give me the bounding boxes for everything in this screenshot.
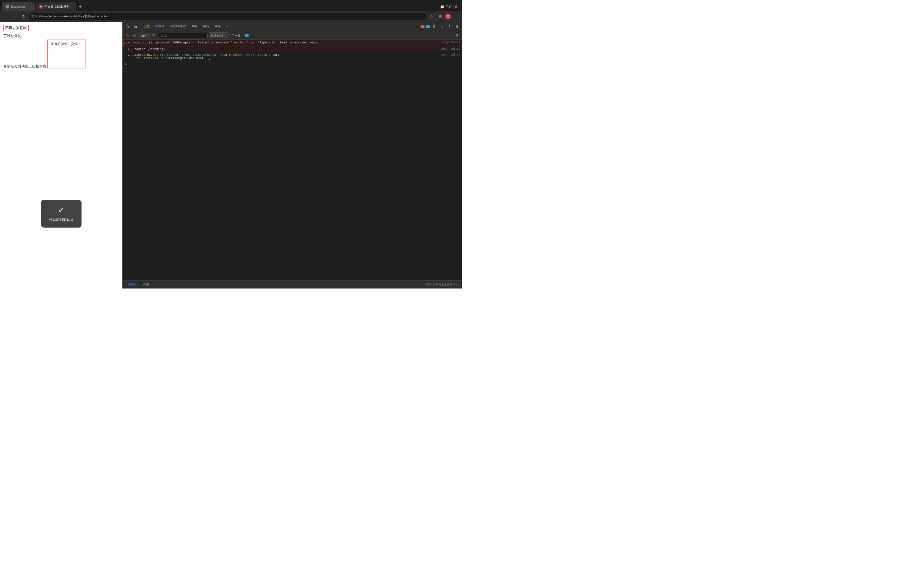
browser-toolbar: ← → ↻ 文件 /Users/yinhao/Desktop/web/js/ap… (0, 11, 462, 22)
extension-icon: ⊞ (438, 14, 442, 19)
brand-text: CSDN @鲜鲑鱼皮面包 © ⓘ (425, 282, 459, 287)
devtools-statusbar: 控制台 问题 CSDN @鲜鲑鱼皮面包 © ⓘ (123, 280, 462, 288)
tab2-icon: C (39, 5, 43, 8)
tab-performance[interactable]: 性能 (200, 22, 212, 31)
expand-arrow1[interactable]: ▶ (128, 41, 131, 44)
clipboard-message-content: ClipboardEvent {isTrusted: true, clipboa… (132, 53, 439, 60)
address-text: /Users/yinhao/Desktop/web/js/api/复制api/c… (39, 14, 423, 18)
console-toolbar: 🚫 ◎ top ▼ 👁 默认级别 ▼ 1 个问题： (123, 31, 462, 40)
all-books-label: 所有书签 (446, 5, 457, 9)
eye-btn[interactable]: 👁 (151, 32, 157, 39)
browser-chrome: Document × C 写文章-CSDN博客 × + 📁 所有书签 ← → ↻ (0, 0, 462, 288)
clear-icon: 🚫 (125, 34, 129, 37)
expand-arrow4[interactable]: ▶ (125, 62, 127, 66)
textarea-section: 不允许复制，交钱！ (47, 40, 86, 68)
dt-close-btn[interactable]: × (438, 23, 446, 30)
tab2-label: 写文章-CSDN博客 (45, 5, 69, 9)
level-selector[interactable]: 默认级别 ▼ (209, 32, 228, 38)
tab-elements[interactable]: 元素 (141, 22, 153, 31)
inspect-icon: ⬡ (126, 24, 129, 29)
profile-label: X (447, 15, 449, 18)
tab-document[interactable]: Document × (2, 2, 35, 11)
devtools-tabs: 元素 控制台 源代码/来源 网络 性能 内存 (141, 22, 420, 31)
info-icon: ⓘ (456, 282, 459, 287)
error-icon: ✕ (125, 41, 127, 45)
level-label: 默认级别 (211, 33, 223, 37)
tab2-close[interactable]: × (71, 5, 73, 8)
cannot-copy-label: 不可以被复制 (3, 25, 29, 31)
console-settings-icon: ⚙ (456, 33, 459, 37)
settings2-icon: ⚙ (456, 24, 459, 29)
promise-message-row: ▶ Promise {<pending>} copy.html:38 (123, 47, 462, 52)
chevron-down-icon: ▼ (146, 34, 148, 37)
console-settings-btn[interactable]: ⚙ (454, 32, 460, 39)
device-icon: ▭ (133, 24, 137, 29)
error-link1[interactable]: copy.html:1 (442, 41, 460, 44)
context-selector[interactable]: top ▼ (139, 33, 150, 38)
expand-arrow2[interactable]: ▶ (128, 48, 131, 51)
clipboard-message-row: ▶ ClipboardEvent {isTrusted: true, clipb… (123, 52, 462, 61)
issue-count-text: 1 个问题： 1 (229, 33, 249, 37)
tab-network[interactable]: 网络 (189, 22, 200, 31)
tab1-close[interactable]: × (30, 5, 32, 8)
back-icon: ← (4, 14, 8, 19)
promise-message-content: Promise {<pending>} (132, 48, 439, 51)
file-prefix: 文件 (31, 14, 37, 18)
console-messages: ✕ ▶ Uncaught (in promise) DOMException: … (123, 40, 462, 280)
dt-badges: 1 1 (420, 25, 430, 28)
clipboard-link[interactable]: copy.html:45 (441, 53, 460, 56)
dt-settings-btn[interactable]: ⚙ (431, 23, 438, 30)
toast-notification: ✓ 已添加到剪贴板 (41, 200, 81, 228)
settings-icon: ⚙ (433, 24, 436, 29)
folder-icon: 📁 (440, 5, 444, 9)
tab-sources[interactable]: 源代码/来源 (167, 22, 189, 31)
status-issues-tab[interactable]: 问题 (141, 282, 152, 287)
auto-copyright-text: 复制后会自动加上版权信息 (3, 64, 46, 69)
new-tab-button[interactable]: + (77, 2, 84, 11)
dt-more-btn[interactable]: ⋮ (446, 23, 453, 30)
dt-settings2-btn[interactable]: ⚙ (454, 23, 461, 30)
error-message-content: Uncaught (in promise) DOMException: Fail… (132, 41, 441, 44)
all-books-btn[interactable]: 📁 所有书签 (438, 2, 460, 11)
tab-csdn[interactable]: C 写文章-CSDN博客 × (36, 2, 76, 11)
tab1-icon (5, 5, 9, 8)
status-console-tab[interactable]: 控制台 (125, 282, 139, 287)
menu-button[interactable]: ⋮ (452, 13, 460, 20)
eye-icon: 👁 (152, 34, 156, 37)
filter-toggle-icon: ◎ (133, 34, 136, 37)
close-icon: × (441, 24, 443, 29)
can-copy-text: 可以被复制 (3, 34, 21, 39)
device-btn[interactable]: ▭ (131, 23, 139, 30)
filter-toggle-btn[interactable]: ◎ (131, 32, 137, 39)
tab-bar: Document × C 写文章-CSDN博客 × + 📁 所有书签 (0, 0, 462, 11)
clear-console-btn[interactable]: 🚫 (124, 32, 130, 39)
profile-button[interactable]: X (445, 13, 451, 19)
tab-console[interactable]: 控制台 (153, 22, 167, 31)
bookmark-icon: ☆ (430, 14, 433, 19)
tab-memory[interactable]: 内存 (212, 22, 223, 31)
more-icon: ⋮ (448, 24, 452, 29)
back-button[interactable]: ← (2, 13, 10, 20)
error-message-row: ✕ ▶ Uncaught (in promise) DOMException: … (123, 40, 462, 47)
level-chevron-icon: ▼ (224, 34, 226, 37)
toast-message: 已添加到剪贴板 (48, 218, 74, 222)
inspect-btn[interactable]: ⬡ (124, 23, 131, 30)
filter-input[interactable] (158, 33, 208, 38)
context-label: top (141, 34, 145, 37)
forward-button[interactable]: → (11, 13, 19, 20)
tab-more[interactable]: » (223, 22, 231, 31)
promise-link[interactable]: copy.html:38 (441, 48, 460, 50)
issue-count-badge: 1 (244, 34, 249, 37)
dt-separator1 (140, 24, 140, 29)
reload-button[interactable]: ↻ (20, 13, 27, 20)
expand-row: ▶ (123, 61, 462, 67)
page-textarea[interactable] (48, 48, 84, 68)
menu-icon: ⋮ (454, 13, 459, 19)
page-content: 不可以被复制 可以被复制 复制后会自动加上版权信息 不允许复制，交钱！ ✓ 已添… (0, 22, 123, 288)
expand-arrow3[interactable]: ▶ (128, 54, 131, 57)
toast-check-icon: ✓ (58, 206, 65, 214)
address-bar[interactable]: 文件 /Users/yinhao/Desktop/web/js/api/复制ap… (29, 13, 426, 20)
bookmark-button[interactable]: ☆ (427, 13, 435, 20)
main-area: 不可以被复制 可以被复制 复制后会自动加上版权信息 不允许复制，交钱！ ✓ 已添… (0, 22, 462, 288)
extension-button[interactable]: ⊞ (436, 13, 444, 20)
